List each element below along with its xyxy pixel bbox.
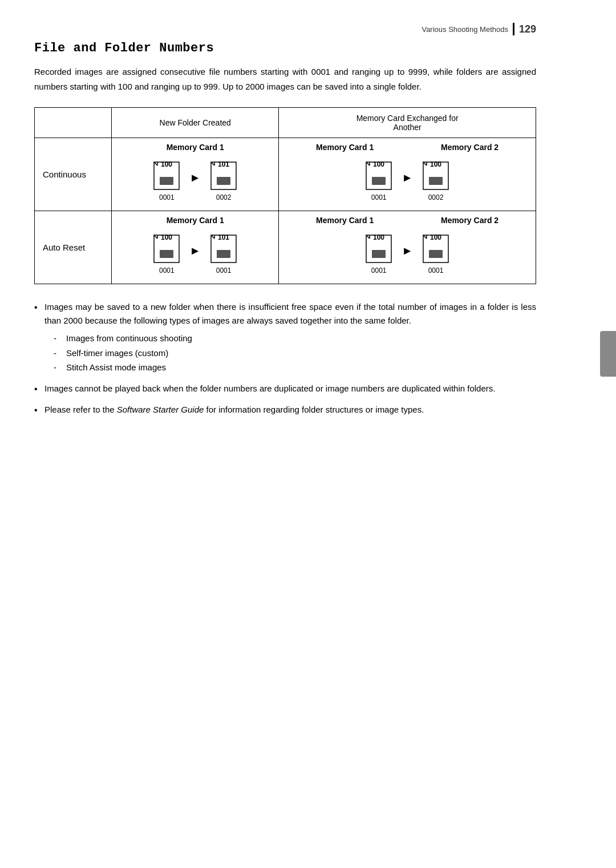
card-svg-2: 101 (206, 161, 241, 192)
continuous-exchange-diagram: 100 0001 ► 100 (282, 156, 532, 206)
diagram-table: New Folder Created Memory Card Exchanged… (34, 107, 536, 284)
autoreset-exchange-card-svg-2: 100 (419, 234, 453, 265)
autoreset-label: Auto Reset (43, 243, 85, 252)
exchange-card-box-2: 100 0002 (419, 161, 453, 201)
bullet-text-1: Images may be saved to a new folder when… (44, 300, 536, 375)
page-number: 129 (519, 23, 536, 35)
bullet-dot-2: • (34, 382, 44, 397)
svg-text:101: 101 (218, 161, 229, 168)
continuous-new-folder-diagram: 100 0001 ► 101 (115, 156, 275, 206)
bullet-dot-1: • (34, 300, 44, 315)
table-header-row: New Folder Created Memory Card Exchanged… (35, 108, 536, 138)
card-svg-1: 100 (149, 161, 184, 192)
exchange-card-number-2: 0002 (428, 193, 444, 201)
svg-text:100: 100 (161, 234, 172, 241)
svg-rect-1 (160, 177, 173, 185)
bullet-text-3: Please refer to the Software Starter Gui… (44, 403, 536, 417)
autoreset-new-folder-sublabel: Memory Card 1 (115, 216, 275, 225)
memory-exchange-label: Memory Card Exchanged forAnother (356, 114, 459, 132)
card-number-2: 0002 (216, 193, 232, 201)
card-box-1: 100 0001 (149, 161, 184, 201)
autoreset-new-folder-cell: Memory Card 1 100 0001 (112, 211, 279, 284)
card-number-1: 0001 (159, 193, 175, 201)
svg-rect-4 (217, 177, 230, 185)
exchange-card-number-1: 0001 (371, 193, 387, 201)
svg-text:100: 100 (373, 161, 384, 168)
continuous-new-folder-cell: Memory Card 1 100 0001 (112, 138, 279, 211)
table-header-memory-exchange: Memory Card Exchanged forAnother (279, 108, 536, 138)
arrow-1: ► (189, 172, 201, 191)
bullet-1-text: Images may be saved to a new folder when… (44, 302, 536, 325)
bullet-text-2: Images cannot be played back when the fo… (44, 382, 536, 395)
autoreset-card-box-2: 101 0001 (206, 234, 241, 274)
exchange-card-svg-2: 100 (419, 161, 453, 192)
notes-section: • Images may be saved to a new folder wh… (34, 300, 536, 418)
software-guide-italic: Software Starter Guide (117, 405, 204, 414)
autoreset-new-folder-diagram: 100 0001 ► 101 (115, 229, 275, 279)
sub-bullet-item-3: Stitch Assist mode images (54, 360, 536, 375)
card-box-2: 101 0002 (206, 161, 241, 201)
svg-rect-13 (160, 250, 173, 258)
exchange-card-svg-1: 100 (362, 161, 396, 192)
exchange-arrow-1: ► (402, 172, 413, 191)
autoreset-card-svg-2: 101 (206, 234, 241, 265)
continuous-exchange-card1-label: Memory Card 1 (316, 143, 374, 152)
autoreset-exchange-card1-label: Memory Card 1 (316, 216, 374, 225)
svg-rect-22 (429, 250, 443, 258)
svg-rect-10 (429, 177, 443, 185)
svg-text:100: 100 (373, 234, 384, 241)
table-row-autoreset: Auto Reset Memory Card 1 100 (35, 211, 536, 284)
sub-bullet-item-2: Self-timer images (custom) (54, 346, 536, 361)
bullet-item-2: • Images cannot be played back when the … (34, 382, 536, 397)
page-header: Various Shooting Methods 129 (34, 23, 536, 35)
svg-rect-19 (372, 250, 386, 258)
autoreset-exchange-card-number-1: 0001 (371, 267, 387, 274)
autoreset-card-svg-1: 100 (149, 234, 184, 265)
continuous-new-folder-sublabel: Memory Card 1 (115, 143, 275, 152)
autoreset-exchange-diagram: 100 0001 ► 100 (282, 229, 532, 279)
autoreset-exchange-cell: Memory Card 1 Memory Card 2 100 (279, 211, 536, 284)
exchange-card-box-1: 100 0001 (362, 161, 396, 201)
bullet-dot-3: • (34, 403, 44, 418)
intro-paragraph: Recorded images are assigned consecutive… (34, 64, 536, 94)
header-divider (513, 23, 514, 35)
autoreset-exchange-card-box-2: 100 0001 (419, 234, 453, 274)
autoreset-exchange-card-number-2: 0001 (428, 267, 444, 274)
section-label: Various Shooting Methods (422, 25, 508, 34)
table-header-new-folder: New Folder Created (112, 108, 279, 138)
page-container: Various Shooting Methods 129 File and Fo… (0, 0, 570, 459)
svg-text:100: 100 (161, 161, 172, 168)
bullet-item-1: • Images may be saved to a new folder wh… (34, 300, 536, 375)
autoreset-card-box-1: 100 0001 (149, 234, 184, 274)
svg-text:101: 101 (218, 234, 229, 241)
header-right: Various Shooting Methods 129 (422, 23, 536, 35)
autoreset-exchange-card-svg-1: 100 (362, 234, 396, 265)
row-label-autoreset: Auto Reset (35, 211, 112, 284)
autoreset-exchange-arrow-1: ► (402, 245, 413, 264)
sub-bullet-list-1: Images from continuous shooting Self-tim… (54, 331, 536, 375)
table-header-empty (35, 108, 112, 138)
svg-rect-7 (372, 177, 386, 185)
autoreset-arrow-1: ► (189, 245, 201, 264)
svg-rect-16 (217, 250, 230, 258)
continuous-label: Continuous (43, 169, 86, 179)
autoreset-exchange-card2-label: Memory Card 2 (441, 216, 499, 225)
svg-text:100: 100 (430, 234, 441, 241)
side-tab (600, 331, 616, 377)
autoreset-exchange-card-box-1: 100 0001 (362, 234, 396, 274)
autoreset-card-number-1: 0001 (159, 267, 175, 274)
bullet-item-3: • Please refer to the Software Starter G… (34, 403, 536, 418)
sub-bullet-item-1: Images from continuous shooting (54, 331, 536, 346)
continuous-exchange-cell: Memory Card 1 Memory Card 2 100 (279, 138, 536, 211)
autoreset-card-number-2: 0001 (216, 267, 232, 274)
svg-text:100: 100 (430, 161, 441, 168)
table-row-continuous: Continuous Memory Card 1 100 (35, 138, 536, 211)
row-label-continuous: Continuous (35, 138, 112, 211)
section-title: File and Folder Numbers (34, 41, 536, 55)
continuous-exchange-card2-label: Memory Card 2 (441, 143, 499, 152)
